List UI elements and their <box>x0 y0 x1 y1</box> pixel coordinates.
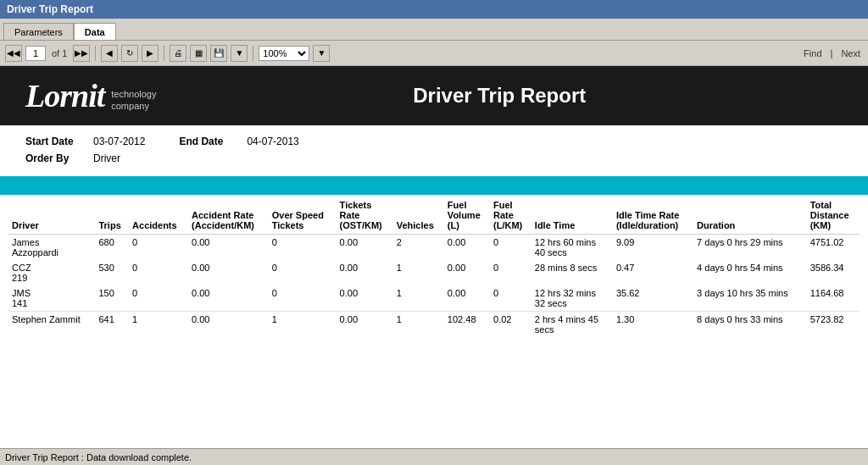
col-header-idle-time: Idle Time <box>531 195 613 235</box>
cell-accidentRate: 0.00 <box>188 235 269 261</box>
cell-idleTime: 12 hrs 60 mins40 secs <box>531 235 613 261</box>
cell-accidents: 1 <box>129 312 188 338</box>
separator-2 <box>164 46 164 61</box>
cell-fuelRate: 0.02 <box>490 312 531 338</box>
cell-idleTimeRate: 1.30 <box>613 312 693 338</box>
cell-idleTime: 2 hrs 4 mins 45secs <box>531 312 613 338</box>
title-bar-text: Driver Trip Report <box>7 3 93 15</box>
cell-fuelRate: 0 <box>490 260 531 285</box>
export-button[interactable]: 💾 <box>210 45 227 62</box>
end-date-label: End Date <box>179 136 247 147</box>
table-header-row: Driver Trips Accidents Accident Rate(Acc… <box>8 195 860 235</box>
content-area: Lornit technology company Driver Trip Re… <box>0 66 868 448</box>
col-header-duration: Duration <box>693 195 807 235</box>
cell-overSpeed: 0 <box>269 260 337 285</box>
table-row: Stephen Zammit64110.0010.001102.480.022 … <box>8 312 860 338</box>
cell-overSpeed: 0 <box>269 285 337 312</box>
cell-accidents: 0 <box>129 285 188 312</box>
tab-parameters[interactable]: Parameters <box>3 23 74 40</box>
find-link[interactable]: Find <box>801 48 824 58</box>
cell-fuelRate: 0 <box>490 235 531 261</box>
col-header-total-distance: TotalDistance(KM) <box>807 195 860 235</box>
col-header-over-speed: Over SpeedTickets <box>269 195 337 235</box>
cell-overSpeed: 0 <box>269 235 337 261</box>
toolbar: ◀◀ of 1 ▶▶ ◀ ↻ ▶ 🖨 ▦ 💾 ▼ 100% 75% 150% ▼… <box>0 41 868 66</box>
col-header-fuel-volume: FuelVolume(L) <box>444 195 490 235</box>
tab-bar: Parameters Data <box>0 19 868 41</box>
nav-last-button[interactable]: ▶▶ <box>73 45 90 62</box>
title-bar: Driver Trip Report <box>0 0 868 19</box>
cell-vehicles: 2 <box>393 235 444 261</box>
cell-accidentRate: 0.00 <box>188 312 269 338</box>
print-button[interactable]: 🖨 <box>170 45 186 62</box>
cell-ticketsRate: 0.00 <box>337 235 393 261</box>
cell-fuelVolume: 0.00 <box>444 260 490 285</box>
separator-3 <box>253 46 253 61</box>
cell-idleTimeRate: 9.09 <box>613 235 693 261</box>
nav-forward-button[interactable]: ▶ <box>142 45 159 62</box>
separator-1 <box>95 46 96 61</box>
cell-driver: JamesAzzoppardi <box>8 235 95 261</box>
next-link[interactable]: Next <box>838 48 863 58</box>
end-date-value: 04-07-2013 <box>247 136 298 147</box>
report-params: Start Date 03-07-2012 End Date 04-07-201… <box>0 125 868 176</box>
cell-totalDistance: 4751.02 <box>807 235 860 261</box>
col-header-trips: Trips <box>95 195 129 235</box>
zoom-dropdown[interactable]: ▼ <box>313 45 330 62</box>
cell-accidentRate: 0.00 <box>188 260 269 285</box>
cell-ticketsRate: 0.00 <box>337 312 393 338</box>
cell-duration: 8 days 0 hrs 33 mins <box>693 312 807 338</box>
report-header: Lornit technology company Driver Trip Re… <box>0 66 868 125</box>
nav-first-button[interactable]: ◀◀ <box>5 45 22 62</box>
cell-totalDistance: 3586.34 <box>807 260 860 285</box>
table-row: JMS14115000.0000.0010.00012 hrs 32 mins3… <box>8 285 860 312</box>
cell-totalDistance: 1164.68 <box>807 285 860 312</box>
cell-fuelVolume: 0.00 <box>444 285 490 312</box>
cell-duration: 3 days 10 hrs 35 mins <box>693 285 807 312</box>
cell-totalDistance: 5723.82 <box>807 312 860 338</box>
col-header-idle-time-rate: Idle Time Rate(Idle/duration) <box>613 195 693 235</box>
cyan-divider <box>0 176 868 195</box>
col-header-accident-rate: Accident Rate(Accident/KM) <box>188 195 269 235</box>
order-by-value: Driver <box>93 152 120 164</box>
zoom-select[interactable]: 100% 75% 150% <box>259 46 309 61</box>
cell-driver: Stephen Zammit <box>8 312 95 338</box>
page-of-text: of 1 <box>49 48 70 58</box>
status-bar: Driver Trip Report : Data download compl… <box>0 448 868 465</box>
nav-back-button[interactable]: ◀ <box>101 45 118 62</box>
col-header-fuel-rate: FuelRate(L/KM) <box>490 195 531 235</box>
cell-duration: 4 days 0 hrs 54 mins <box>693 260 807 285</box>
cell-idleTimeRate: 35.62 <box>613 285 693 312</box>
table-row: CCZ21953000.0000.0010.00028 mins 8 secs0… <box>8 260 860 285</box>
data-table: Driver Trips Accidents Accident Rate(Acc… <box>8 195 860 337</box>
cell-vehicles: 1 <box>393 312 444 338</box>
status-message: Driver Trip Report : Data download compl… <box>5 452 192 462</box>
cell-accidentRate: 0.00 <box>188 285 269 312</box>
export-dropdown[interactable]: ▼ <box>231 45 248 62</box>
cell-trips: 530 <box>95 260 129 285</box>
logo-subtitle: technology company <box>111 88 156 113</box>
cell-driver: CCZ219 <box>8 260 95 285</box>
col-header-vehicles: Vehicles <box>393 195 444 235</box>
cell-ticketsRate: 0.00 <box>337 260 393 285</box>
layout-button[interactable]: ▦ <box>190 45 207 62</box>
page-input[interactable] <box>25 46 46 61</box>
cell-accidents: 0 <box>129 260 188 285</box>
table-row: JamesAzzoppardi68000.0000.0020.00012 hrs… <box>8 235 860 261</box>
report-title: Driver Trip Report <box>156 84 843 108</box>
cell-fuelRate: 0 <box>490 285 531 312</box>
cell-duration: 7 days 0 hrs 29 mins <box>693 235 807 261</box>
col-header-accidents: Accidents <box>129 195 188 235</box>
cell-trips: 680 <box>95 235 129 261</box>
start-date-label: Start Date <box>25 136 93 147</box>
cell-ticketsRate: 0.00 <box>337 285 393 312</box>
tab-data[interactable]: Data <box>74 23 116 40</box>
table-wrapper: Driver Trips Accidents Accident Rate(Acc… <box>0 195 868 337</box>
cell-overSpeed: 1 <box>269 312 337 338</box>
refresh-button[interactable]: ↻ <box>121 45 138 62</box>
col-header-tickets-rate: TicketsRate(OST/KM) <box>337 195 393 235</box>
cell-trips: 150 <box>95 285 129 312</box>
start-date-value: 03-07-2012 <box>93 136 145 147</box>
cell-driver: JMS141 <box>8 285 95 312</box>
cell-idleTime: 28 mins 8 secs <box>531 260 613 285</box>
